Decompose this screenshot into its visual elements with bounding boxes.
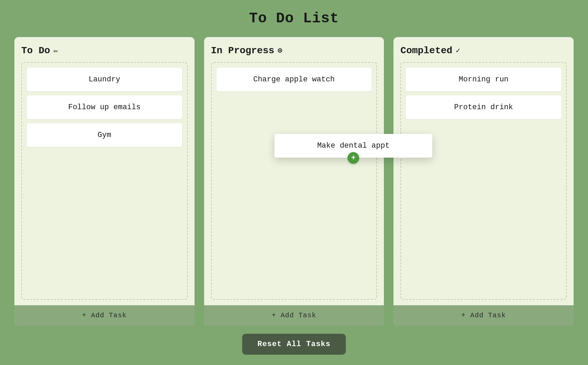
page-title: To Do List [249, 10, 339, 27]
inprogress-column-header: In Progress ⊙ [211, 45, 377, 56]
task-card[interactable]: Charge apple watch [216, 68, 372, 91]
completed-column-title: Completed [400, 45, 452, 56]
inprogress-column: In Progress ⊙ Charge apple watch + Add T… [204, 37, 384, 326]
task-card[interactable]: Protein drink [406, 95, 561, 119]
reset-container: Reset All Tasks [242, 334, 345, 355]
reset-all-tasks-button[interactable]: Reset All Tasks [242, 334, 345, 355]
todo-column: To Do ✏ Laundry Follow up emails Gym + A… [14, 37, 195, 326]
todo-column-title: To Do [21, 45, 50, 56]
inprogress-tasks-area: Charge apple watch [211, 62, 377, 300]
inprogress-add-task-button[interactable]: + Add Task [204, 305, 384, 326]
task-card[interactable]: Gym [27, 123, 182, 147]
completed-tasks-area: Morning run Protein drink [400, 62, 567, 300]
kanban-board: To Do ✏ Laundry Follow up emails Gym + A… [14, 37, 574, 326]
task-card[interactable]: Follow up emails [27, 95, 182, 119]
todo-add-task-button[interactable]: + Add Task [14, 305, 195, 326]
todo-tasks-area: Laundry Follow up emails Gym [21, 62, 188, 300]
todo-column-header: To Do ✏ [21, 45, 188, 56]
inprogress-column-title: In Progress [211, 45, 274, 56]
task-card[interactable]: Laundry [27, 68, 182, 91]
completed-add-task-button[interactable]: + Add Task [393, 305, 574, 326]
completed-column: Completed ✓ Morning run Protein drink + … [393, 37, 574, 326]
checkmark-icon: ✓ [456, 46, 460, 55]
pencil-icon: ✏ [54, 46, 58, 55]
completed-column-header: Completed ✓ [400, 45, 567, 56]
task-card[interactable]: Morning run [406, 68, 561, 91]
clock-icon: ⊙ [278, 46, 282, 55]
